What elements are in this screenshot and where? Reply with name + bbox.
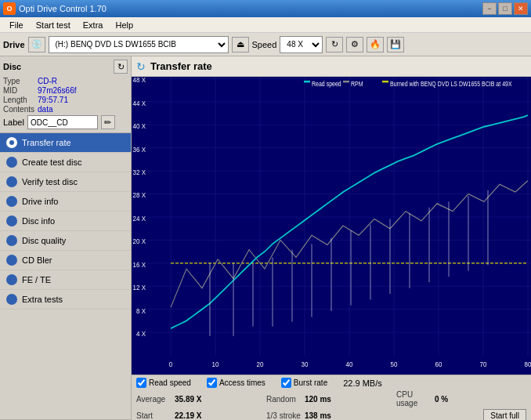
read-speed-checkbox[interactable] [136,378,146,388]
access-times-label: Access times [219,378,266,387]
main-layout: Disc ↻ Type CD-R MID 97m26s66f Length 79… [0,56,531,420]
nav-transfer-rate[interactable]: Transfer rate [0,133,131,153]
nav-label-1: Create test disc [22,158,81,167]
menu-extra[interactable]: Extra [77,19,110,31]
access-times-checkbox-label[interactable]: Access times [207,378,266,388]
title-bar-buttons: − □ ✕ [482,2,528,15]
read-speed-checkbox-label[interactable]: Read speed [136,378,191,388]
burn-icon[interactable]: 🔥 [367,37,384,52]
transfer-rate-icon: ↻ [136,60,146,73]
read-speed-label: Read speed [149,378,191,387]
bottom-controls: Read speed Access times Burst rate 22.9 … [132,375,531,420]
svg-text:28 X: 28 X [133,191,146,200]
nav-drive-info[interactable]: Drive info [0,192,131,212]
svg-text:48 X: 48 X [133,77,146,85]
nav-label-6: CD Bler [22,255,52,265]
svg-text:36 X: 36 X [133,145,146,154]
config-icon[interactable]: ⚙ [346,37,363,52]
nav-label-5: Disc quality [22,236,66,245]
nav-label-8: Extra tests [22,295,63,304]
speed-selector[interactable]: 48 X [280,36,323,53]
nav-dot-4 [6,215,17,226]
svg-text:RPM: RPM [351,81,363,89]
save-icon[interactable]: 💾 [387,37,404,52]
menu-file[interactable]: File [3,19,30,31]
nav-disc-quality[interactable]: Disc quality [0,231,131,251]
nav-dot-5 [6,235,17,246]
stat-stroke-row: 1/3 stroke 138 ms [266,409,396,420]
chart-area: 4 X 8 X 12 X 16 X 20 X 24 X 28 X 32 X 36… [132,77,531,375]
access-times-checkbox[interactable] [207,378,217,388]
title-bar: O Opti Drive Control 1.70 − □ ✕ [0,0,531,17]
svg-text:30: 30 [302,360,309,368]
svg-text:Burned with BENQ DVD LS DW1655: Burned with BENQ DVD LS DW1655 BCIB at 4… [390,81,512,89]
nav-extra-tests[interactable]: Extra tests [0,290,131,310]
nav-verify-test-disc[interactable]: Verify test disc [0,172,131,192]
label-edit-icon[interactable]: ✏ [101,115,115,129]
svg-text:44 X: 44 X [133,99,146,107]
menu-help[interactable]: Help [109,19,139,31]
length-value: 79:57.71 [38,96,128,104]
burst-rate-label: Burst rate [294,378,327,387]
nav-dot-3 [6,196,17,207]
refresh-icon[interactable]: ↻ [326,37,343,52]
nav-disc-info[interactable]: Disc info [0,212,131,231]
chart-svg: 4 X 8 X 12 X 16 X 20 X 24 X 28 X 32 X 36… [132,77,531,375]
burst-rate-checkbox[interactable] [281,378,291,388]
svg-text:4 X: 4 X [136,329,146,338]
nav-fe-te[interactable]: FE / TE [0,270,131,290]
menu-bar: File Start test Extra Help [0,17,531,33]
svg-text:70: 70 [480,360,487,368]
nav-dot-8 [6,294,17,305]
disc-section: Disc ↻ Type CD-R MID 97m26s66f Length 79… [0,56,131,133]
transfer-rate-header: ↻ Transfer rate [132,56,531,77]
nav-label-4: Disc info [22,216,55,226]
disc-refresh-icon[interactable]: ↻ [114,60,128,74]
average-label: Average [136,395,172,404]
stroke-value: 138 ms [305,411,331,420]
nav-dot-6 [6,255,17,266]
start-full-cell: Start full [396,409,526,420]
svg-text:20 X: 20 X [133,237,146,246]
svg-text:40: 40 [346,360,353,368]
svg-text:60: 60 [435,360,442,368]
nav-dot-7 [6,274,17,285]
contents-value: data [38,105,128,114]
svg-text:80: 80 [525,360,531,368]
nav-cd-bler[interactable]: CD Bler [0,251,131,270]
drive-selector[interactable]: (H:) BENQ DVD LS DW1655 BCIB [49,36,229,53]
stat-average-row: Average 35.89 X [136,390,266,407]
drive-toolbar: Drive 💿 (H:) BENQ DVD LS DW1655 BCIB ⏏ S… [0,33,531,56]
nav-dot-1 [6,157,17,168]
burst-rate-checkbox-label[interactable]: Burst rate [281,378,327,388]
type-label: Type [3,77,34,85]
svg-text:32 X: 32 X [133,168,146,176]
app-icon: O [3,2,16,15]
svg-rect-64 [382,81,388,82]
random-value: 120 ms [305,395,331,404]
svg-rect-62 [343,81,349,82]
svg-text:20: 20 [257,360,264,368]
close-button[interactable]: ✕ [514,2,528,15]
minimize-button[interactable]: − [482,2,497,15]
menu-start-test[interactable]: Start test [30,19,77,31]
title-bar-left: O Opti Drive Control 1.70 [3,2,107,15]
cpu-value: 0 % [435,395,448,404]
contents-label: Contents [3,105,34,114]
stats-grid: Average 35.89 X Random 120 ms CPU usage … [136,390,526,420]
svg-text:12 X: 12 X [133,283,146,291]
stat-random-row: Random 120 ms [266,390,396,407]
maximize-button[interactable]: □ [498,2,512,15]
svg-text:Read speed: Read speed [312,81,341,89]
eject-icon[interactable]: ⏏ [232,37,249,52]
disc-header: Disc ↻ [3,60,128,74]
transfer-rate-title: Transfer rate [150,60,212,72]
label-row: Label ✏ [3,115,128,129]
nav-create-test-disc[interactable]: Create test disc [0,153,131,172]
svg-text:16 X: 16 X [133,260,146,269]
start-full-button[interactable]: Start full [483,409,526,420]
disc-label-input[interactable] [27,115,98,129]
average-value: 35.89 X [175,395,201,404]
nav-label-2: Verify test disc [22,177,78,186]
type-value: CD-R [38,77,128,85]
